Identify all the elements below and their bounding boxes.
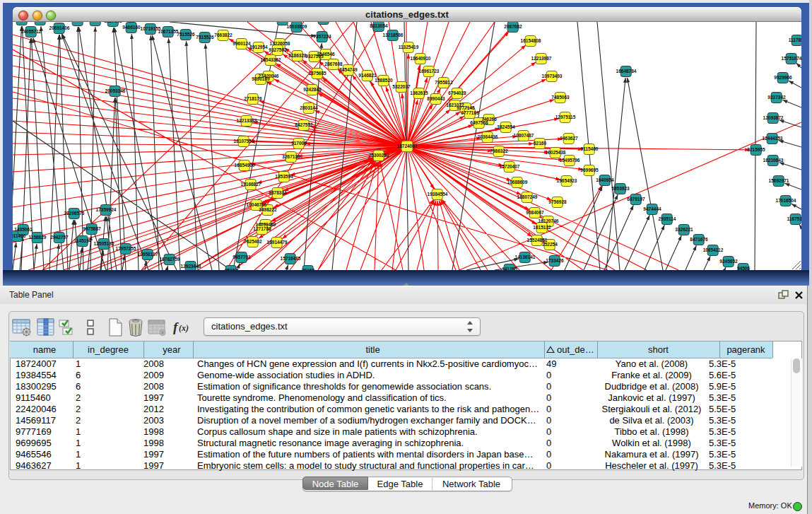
svg-text:8878334: 8878334: [269, 190, 287, 195]
svg-text:95162: 95162: [225, 268, 237, 270]
svg-text:252254: 252254: [542, 242, 558, 247]
svg-text:1615132: 1615132: [533, 225, 551, 230]
svg-text:18640910: 18640910: [411, 56, 431, 61]
svg-text:1527602: 1527602: [104, 22, 122, 23]
svg-text:9245652: 9245652: [719, 259, 738, 264]
svg-text:1778617: 1778617: [69, 22, 87, 23]
svg-text:16120746: 16120746: [539, 218, 559, 223]
svg-text:9463627: 9463627: [560, 136, 578, 141]
svg-text:12093872: 12093872: [763, 115, 784, 120]
svg-text:13226058: 13226058: [270, 41, 290, 46]
svg-text:12213987: 12213987: [531, 56, 552, 61]
svg-text:1640954: 1640954: [596, 177, 614, 182]
svg-text:9474444: 9474444: [643, 206, 661, 211]
svg-text:10807487: 10807487: [514, 133, 534, 138]
svg-text:15716485: 15716485: [281, 256, 301, 261]
svg-text:17957255: 17957255: [116, 246, 136, 251]
svg-text:20053346: 20053346: [105, 88, 126, 93]
svg-text:20168: 20168: [302, 268, 314, 270]
svg-text:17016504: 17016504: [776, 198, 796, 203]
svg-text:16782759: 16782759: [160, 257, 180, 262]
svg-text:5322037: 5322037: [392, 84, 411, 89]
svg-text:3326221: 3326221: [675, 227, 693, 232]
svg-text:2087682: 2087682: [504, 24, 522, 29]
svg-text:11325419: 11325419: [399, 45, 419, 49]
svg-text:1145194: 1145194: [74, 238, 92, 243]
svg-text:8990443: 8990443: [427, 96, 445, 101]
svg-text:10671355: 10671355: [158, 29, 179, 34]
svg-text:6794028: 6794028: [448, 90, 466, 95]
svg-text:(x): (x): [179, 323, 189, 333]
svg-text:16914479: 16914479: [267, 240, 288, 245]
svg-text:14136141: 14136141: [515, 255, 536, 259]
svg-text:5953923: 5953923: [611, 186, 630, 191]
svg-text:9756928: 9756928: [548, 199, 567, 204]
svg-text:9960124: 9960124: [233, 41, 251, 46]
svg-text:16854900: 16854900: [235, 163, 255, 168]
svg-text:16210643: 16210643: [763, 158, 784, 163]
svg-text:9146821: 9146821: [358, 73, 377, 78]
svg-text:19654923: 19654923: [557, 178, 577, 183]
svg-text:8186328: 8186328: [288, 53, 307, 58]
svg-text:7625402: 7625402: [244, 239, 262, 244]
svg-text:8813054: 8813054: [370, 23, 388, 28]
svg-text:16033809: 16033809: [287, 24, 307, 29]
svg-text:9466160: 9466160: [122, 25, 141, 30]
svg-text:15751074: 15751074: [782, 56, 801, 61]
svg-text:62160: 62160: [534, 141, 546, 146]
svg-text:15720407: 15720407: [500, 164, 520, 169]
svg-text:8454749: 8454749: [339, 67, 358, 72]
svg-text:10654112: 10654112: [703, 247, 724, 252]
svg-text:12213383: 12213383: [237, 118, 257, 123]
svg-text:9777169: 9777169: [461, 110, 479, 115]
svg-text:2867608: 2867608: [324, 62, 343, 66]
svg-text:7955812: 7955812: [435, 80, 453, 85]
svg-text:8471676: 8471676: [690, 237, 708, 242]
svg-text:17359924: 17359924: [96, 207, 117, 212]
svg-text:12444153: 12444153: [763, 136, 783, 141]
svg-text:20206576: 20206576: [64, 211, 85, 216]
svg-text:12975115: 12975115: [555, 115, 576, 119]
svg-text:16543362: 16543362: [261, 57, 281, 62]
svg-text:2803144: 2803144: [300, 105, 318, 110]
svg-text:7515526: 7515526: [196, 35, 214, 40]
svg-text:1271786: 1271786: [253, 226, 271, 231]
svg-text:20364436: 20364436: [478, 134, 498, 139]
svg-text:18807249: 18807249: [517, 194, 538, 199]
svg-text:746266: 746266: [481, 117, 497, 122]
svg-text:9242848: 9242848: [303, 87, 322, 92]
svg-text:7986322: 7986322: [490, 148, 508, 153]
svg-text:10025438: 10025438: [546, 150, 566, 155]
svg-text:9457791: 9457791: [233, 255, 251, 259]
svg-text:10653267: 10653267: [86, 22, 106, 23]
svg-text:9115460: 9115460: [581, 146, 599, 151]
svg-text:12923448: 12923448: [181, 264, 201, 269]
svg-text:9777145: 9777145: [457, 105, 475, 110]
svg-text:18724007: 18724007: [397, 144, 418, 148]
svg-text:2942757: 2942757: [50, 235, 69, 240]
svg-text:14055712: 14055712: [21, 29, 42, 34]
svg-text:1733426: 1733426: [546, 258, 564, 263]
svg-text:3498222: 3498222: [259, 207, 277, 212]
svg-text:917006: 917006: [291, 141, 307, 146]
svg-text:9699695: 9699695: [580, 168, 599, 173]
svg-text:20691406: 20691406: [49, 25, 70, 30]
svg-text:1362615: 1362615: [410, 90, 428, 95]
svg-text:8427552: 8427552: [295, 122, 313, 127]
svg-text:1435061: 1435061: [14, 227, 33, 232]
svg-text:9227342: 9227342: [767, 95, 786, 100]
svg-text:16107553: 16107553: [234, 139, 254, 144]
svg-text:16154808: 16154808: [521, 38, 541, 43]
svg-text:9975887: 9975887: [83, 226, 101, 231]
svg-text:16648784: 16648784: [616, 69, 637, 74]
svg-text:f: f: [173, 320, 179, 334]
svg-text:15495796: 15495796: [560, 158, 580, 163]
svg-text:9084067: 9084067: [526, 210, 544, 215]
svg-text:10958107: 10958107: [138, 252, 158, 257]
svg-text:16046786: 16046786: [247, 202, 267, 207]
svg-text:7485063: 7485063: [551, 95, 570, 100]
svg-text:1156829: 1156829: [29, 235, 47, 240]
svg-text:25300293: 25300293: [369, 153, 389, 158]
svg-text:1167533: 1167533: [787, 216, 801, 221]
svg-text:3911406: 3911406: [13, 233, 26, 238]
